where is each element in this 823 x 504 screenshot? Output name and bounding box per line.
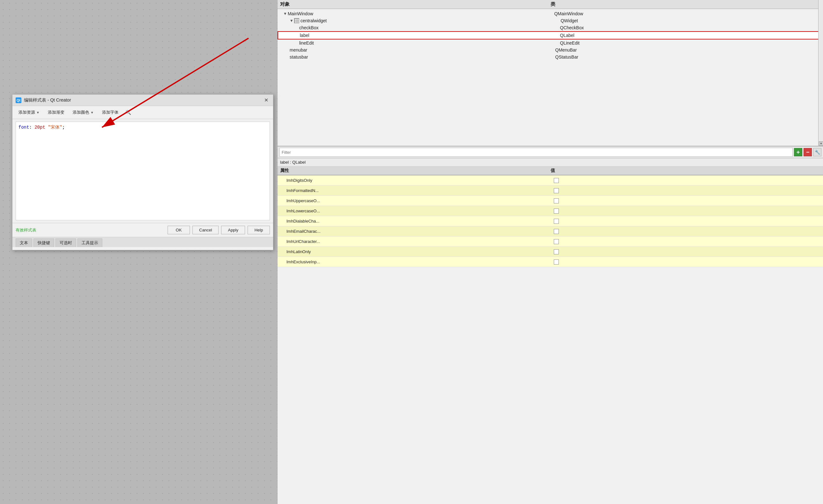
filter-bar: + − 🔧 bbox=[278, 147, 823, 158]
checkbox-imhexclusiveinp[interactable] bbox=[554, 259, 559, 265]
tab-text[interactable]: 文本 bbox=[16, 238, 32, 247]
tree-row-lineedit[interactable]: lineEdit QLineEdit bbox=[278, 39, 823, 46]
prop-val bbox=[554, 198, 821, 204]
right-panel: 对象 类 ▼ MainWindow QMainWindow ▼ centralw… bbox=[277, 0, 823, 504]
cancel-button[interactable]: Cancel bbox=[192, 226, 218, 234]
obj-class: QWidget bbox=[560, 18, 821, 23]
tree-row-menubar[interactable]: menubar QMenuBar bbox=[278, 46, 823, 53]
prop-name: ImhFormattedN... bbox=[280, 188, 554, 193]
apply-button[interactable]: Apply bbox=[221, 226, 245, 234]
prop-val bbox=[554, 229, 821, 234]
checkbox-imhuppercaseo[interactable] bbox=[554, 198, 559, 204]
prop-val bbox=[554, 259, 821, 265]
dialog-close-button[interactable]: ✕ bbox=[262, 96, 270, 104]
add-resource-label: 添加资源 bbox=[18, 109, 35, 115]
props-row-imhdigitsonly[interactable]: ImhDigitsOnly bbox=[278, 176, 823, 186]
obj-class: QLabel bbox=[560, 33, 820, 38]
add-font-button[interactable]: 添加字体 bbox=[99, 108, 121, 116]
checkbox-imhformattedn[interactable] bbox=[554, 188, 559, 193]
filter-input[interactable] bbox=[280, 148, 793, 157]
prop-val bbox=[554, 239, 821, 244]
checkbox-imhlatinonly[interactable] bbox=[554, 249, 559, 254]
tree-row-label[interactable]: label QLabel bbox=[278, 31, 823, 39]
class-col-header: 类 bbox=[550, 1, 821, 7]
add-resource-button[interactable]: 添加资源 ▼ bbox=[16, 108, 42, 116]
checkbox-imhurlcharacter[interactable] bbox=[554, 239, 559, 244]
tree-row-mainwindow[interactable]: ▼ MainWindow QMainWindow bbox=[278, 10, 823, 17]
checkbox-imhlowercaseo[interactable] bbox=[554, 209, 559, 214]
tab-optional[interactable]: 可选时 bbox=[55, 238, 76, 247]
checkbox-imhemailcharac[interactable] bbox=[554, 229, 559, 234]
props-row-imhdialablecha[interactable]: ImhDialableCha... bbox=[278, 216, 823, 226]
add-color-button[interactable]: 添加颜色 ▼ bbox=[70, 108, 97, 116]
dialog-tabs: 文本 快捷键 可选时 工具提示 bbox=[12, 237, 273, 247]
dropdown-arrow-2: ▼ bbox=[91, 111, 94, 114]
css-colon: : bbox=[29, 125, 35, 130]
prop-col-header: 属性 bbox=[280, 168, 550, 174]
prop-name: ImhExclusiveInp... bbox=[280, 259, 554, 264]
grid-icon bbox=[294, 18, 299, 23]
obj-name: statusbar bbox=[290, 54, 555, 59]
prop-name: ImhEmailCharac... bbox=[280, 229, 554, 234]
props-row-imhformattednonly[interactable]: ImhFormattedN... bbox=[278, 186, 823, 196]
tool-filter-button[interactable]: 🔧 bbox=[813, 148, 821, 156]
help-button[interactable]: Help bbox=[248, 226, 270, 234]
style-editor[interactable]: font: 20pt "宋体"; bbox=[16, 121, 270, 220]
add-color-label: 添加颜色 bbox=[72, 109, 89, 115]
tree-row-centralwidget[interactable]: ▼ centralwidget QWidget bbox=[278, 17, 823, 24]
checkbox-imhdigitsonly[interactable] bbox=[554, 178, 559, 183]
obj-class: QStatusBar bbox=[555, 54, 821, 59]
obj-name: menubar bbox=[290, 47, 555, 52]
dialog-title: 编辑样式表 - Qt Creator bbox=[24, 97, 262, 103]
tree-rows: ▼ MainWindow QMainWindow ▼ centralwidget… bbox=[278, 9, 823, 62]
remove-filter-button[interactable]: − bbox=[804, 148, 812, 156]
object-tree-header: 对象 类 bbox=[278, 0, 823, 9]
prop-name: ImhLatinOnly bbox=[280, 249, 554, 254]
props-rows: ImhDigitsOnly ImhFormattedN... ImhUpperc… bbox=[278, 176, 823, 267]
tab-tooltip[interactable]: 工具提示 bbox=[77, 238, 102, 247]
obj-class: QMenuBar bbox=[555, 47, 821, 52]
prop-val bbox=[554, 209, 821, 214]
valid-stylesheet-status: 有效样式表 bbox=[16, 227, 165, 233]
scroll-down-arrow[interactable]: ▼ bbox=[819, 142, 823, 146]
css-value: 20pt bbox=[34, 125, 48, 130]
css-property: font bbox=[18, 125, 29, 130]
checkbox-imhdialablecha[interactable] bbox=[554, 219, 559, 224]
obj-name: MainWindow bbox=[288, 11, 554, 16]
ok-button[interactable]: OK bbox=[168, 226, 190, 234]
props-panel: + − 🔧 label : QLabel 属性 值 ImhDigitsOnly … bbox=[278, 147, 823, 504]
prop-val bbox=[554, 178, 821, 183]
dialog-toolbar: 添加资源 ▼ 添加渐变 添加颜色 ▼ 添加字体 🔍 bbox=[12, 106, 273, 119]
props-row-imhurlcharacter[interactable]: ImhUrlCharacter... bbox=[278, 237, 823, 247]
tab-shortcut[interactable]: 快捷键 bbox=[33, 238, 54, 247]
expand-arrow: ▼ bbox=[290, 18, 294, 23]
val-col-header: 值 bbox=[550, 168, 821, 174]
props-row-imhexclusiveinp[interactable]: ImhExclusiveInp... bbox=[278, 257, 823, 267]
prop-val bbox=[554, 188, 821, 193]
qt-icon: Qt bbox=[16, 97, 21, 103]
add-gradient-label: 添加渐变 bbox=[48, 109, 64, 115]
object-col-header: 对象 bbox=[280, 1, 550, 7]
obj-name: lineEdit bbox=[299, 40, 560, 45]
props-table-header: 属性 值 bbox=[278, 167, 823, 176]
css-font-name: "宋体" bbox=[48, 125, 62, 130]
scrollbar-right[interactable]: ▼ bbox=[818, 0, 823, 146]
search-button[interactable]: 🔍 bbox=[124, 108, 133, 117]
props-row-imhuppercaseo[interactable]: ImhUppercaseO... bbox=[278, 196, 823, 206]
object-tree: 对象 类 ▼ MainWindow QMainWindow ▼ centralw… bbox=[278, 0, 823, 147]
props-row-imhlowercaseo[interactable]: ImhLowercaseO... bbox=[278, 206, 823, 216]
prop-name: ImhUppercaseO... bbox=[280, 198, 554, 203]
canvas-area bbox=[0, 0, 277, 504]
obj-class: QCheckBox bbox=[560, 25, 821, 30]
props-row-imhemailcharac[interactable]: ImhEmailCharac... bbox=[278, 226, 823, 237]
tree-row-statusbar[interactable]: statusbar QStatusBar bbox=[278, 53, 823, 60]
add-gradient-button[interactable]: 添加渐变 bbox=[45, 108, 67, 116]
css-semicolon: ; bbox=[62, 125, 65, 130]
add-filter-button[interactable]: + bbox=[794, 148, 802, 156]
prop-name: ImhUrlCharacter... bbox=[280, 239, 554, 244]
prop-val bbox=[554, 249, 821, 254]
props-row-imhlatinonly[interactable]: ImhLatinOnly bbox=[278, 247, 823, 257]
add-font-label: 添加字体 bbox=[102, 109, 119, 115]
tree-row-checkbox[interactable]: checkBox QCheckBox bbox=[278, 24, 823, 31]
label-bar: label : QLabel bbox=[278, 158, 823, 167]
